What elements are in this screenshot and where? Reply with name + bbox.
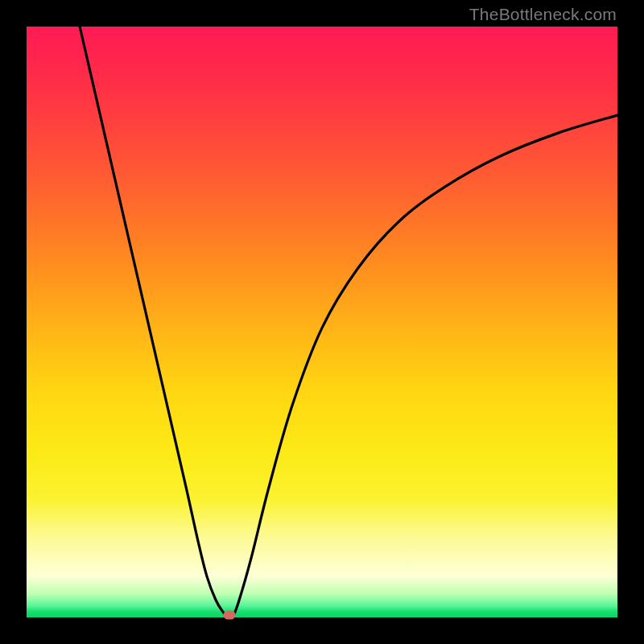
chart-frame: TheBottleneck.com [0, 0, 644, 644]
optimum-marker [223, 611, 235, 620]
plot-area [27, 27, 617, 617]
bottleneck-curve [27, 27, 617, 617]
watermark-text: TheBottleneck.com [469, 5, 617, 24]
